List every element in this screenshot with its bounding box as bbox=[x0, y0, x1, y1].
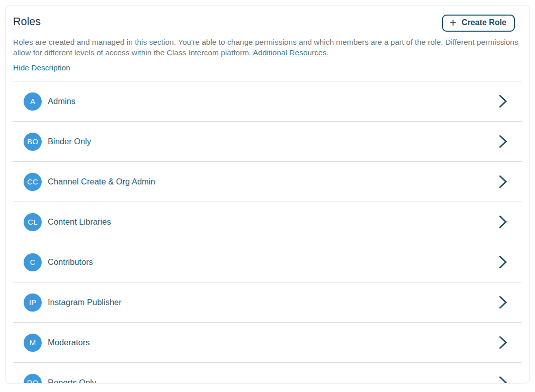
role-initials: M bbox=[30, 338, 36, 347]
role-name: Admins bbox=[48, 96, 75, 106]
chevron-right-icon bbox=[499, 135, 507, 148]
role-name: Reports Only bbox=[48, 378, 96, 383]
create-role-label: Create Role bbox=[462, 17, 506, 28]
roles-header: Roles + Create Role Roles are created an… bbox=[6, 6, 529, 73]
hide-description-link[interactable]: Hide Description bbox=[13, 62, 70, 73]
chevron-right-icon bbox=[499, 94, 507, 108]
role-avatar: RO bbox=[24, 374, 42, 384]
role-list-item[interactable]: RO Reports Only bbox=[13, 363, 522, 383]
role-list-item[interactable]: A Admins bbox=[13, 81, 522, 122]
role-name: Channel Create & Org Admin bbox=[48, 177, 155, 186]
role-name: Instagram Publisher bbox=[48, 298, 122, 307]
role-avatar: C bbox=[24, 253, 42, 271]
role-initials: BO bbox=[27, 137, 38, 146]
plus-icon: + bbox=[450, 18, 457, 28]
role-name: Binder Only bbox=[48, 137, 91, 146]
additional-resources-link[interactable]: Additional Resources. bbox=[253, 48, 329, 57]
chevron-right-icon bbox=[499, 215, 507, 229]
role-initials: A bbox=[30, 97, 35, 106]
role-list-item[interactable]: BO Binder Only bbox=[13, 122, 522, 162]
chevron-right-icon bbox=[499, 376, 507, 383]
role-list-item[interactable]: CC Channel Create & Org Admin bbox=[13, 162, 522, 202]
chevron-right-icon bbox=[499, 175, 507, 188]
roles-list: A Admins BO Binder Only CC Channel Creat… bbox=[13, 81, 522, 383]
chevron-right-icon bbox=[499, 255, 507, 269]
role-initials: C bbox=[30, 258, 35, 266]
role-name: Contributors bbox=[48, 257, 93, 267]
role-initials: IP bbox=[29, 298, 37, 307]
role-avatar: CC bbox=[24, 173, 42, 191]
roles-description: Roles are created and managed in this se… bbox=[13, 37, 518, 58]
create-role-button[interactable]: + Create Role bbox=[442, 15, 515, 32]
role-initials: RO bbox=[27, 378, 39, 383]
role-avatar: CL bbox=[24, 213, 42, 231]
role-list-item[interactable]: M Moderators bbox=[13, 323, 522, 363]
chevron-right-icon bbox=[499, 296, 507, 309]
role-name: Moderators bbox=[48, 338, 90, 347]
role-initials: CL bbox=[28, 218, 38, 226]
role-list-item[interactable]: C Contributors bbox=[13, 242, 522, 282]
page-title: Roles bbox=[13, 15, 41, 28]
role-avatar: BO bbox=[24, 133, 42, 151]
role-initials: CC bbox=[27, 177, 38, 186]
chevron-right-icon bbox=[499, 336, 507, 349]
role-list-item[interactable]: CL Content Libraries bbox=[13, 202, 522, 242]
role-name: Content Libraries bbox=[48, 217, 111, 227]
role-avatar: M bbox=[24, 334, 42, 352]
roles-card: Roles + Create Role Roles are created an… bbox=[5, 5, 530, 383]
role-list-item[interactable]: IP Instagram Publisher bbox=[13, 282, 522, 323]
role-avatar: IP bbox=[24, 293, 42, 312]
role-avatar: A bbox=[24, 92, 42, 111]
